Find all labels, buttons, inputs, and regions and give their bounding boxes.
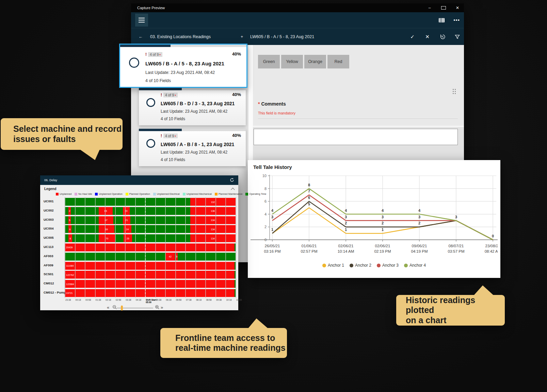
card-title: LW605 / B - D / 3 - 3, 23 Aug 2021	[161, 101, 235, 106]
legend-item-anchor-4[interactable]: Anchor 4	[404, 263, 426, 268]
breadcrumb[interactable]: 03. Existing Locations Readings	[150, 28, 211, 45]
zoom-slider-handle[interactable]	[121, 305, 123, 311]
more-options-icon[interactable]: •••	[453, 18, 460, 22]
delay-bar[interactable]: 19721	[65, 289, 236, 297]
svg-text:10: 10	[262, 174, 267, 178]
radio-button[interactable]	[129, 58, 139, 68]
collapse-chevron-icon[interactable]	[231, 188, 235, 191]
card-title: LW605 / A - B / 8 - 1, 23 Aug 2021	[161, 142, 234, 147]
color-button-yellow[interactable]: Yellow	[281, 55, 303, 68]
unplanned-segment: 67	[99, 216, 113, 224]
delay-bar[interactable]: 26520136	[65, 207, 236, 215]
delay-bar[interactable]: 122762	[65, 271, 236, 279]
columns-view-icon[interactable]	[439, 18, 445, 22]
operating-segment	[235, 289, 236, 297]
callout-tail	[248, 318, 268, 328]
svg-text:03:57 PM: 03:57 PM	[448, 249, 464, 253]
reading-card[interactable]: !4 of 9• 40% LW605 / A - B / 8 - 1, 23 A…	[139, 129, 246, 166]
alert-badge: !4 of 9•	[161, 134, 178, 138]
machine-label: UC113	[44, 245, 63, 249]
close-icon[interactable]: ✕	[455, 5, 460, 10]
unplanned-segment: 134	[190, 225, 236, 233]
delay-window-title: 06. Delay	[44, 175, 57, 185]
discard-icon[interactable]: ✕	[424, 34, 431, 40]
color-button-red[interactable]: Red	[327, 55, 349, 68]
minimize-icon[interactable]: –	[427, 5, 432, 10]
radio-button[interactable]	[146, 139, 155, 148]
radio-button[interactable]	[146, 98, 155, 107]
scroll-left-icon[interactable]: «	[107, 305, 109, 310]
back-icon[interactable]: ←	[139, 28, 143, 45]
alert-badge: !4 of 9•	[145, 52, 162, 57]
card-progress-track	[139, 129, 246, 131]
card-fields: 4 of 10 Fields	[161, 157, 185, 162]
card-last-update: Last Update: 23 Aug 2021 AM, 08:42	[145, 70, 215, 75]
legend-dot	[350, 264, 353, 267]
field-underline	[258, 119, 458, 119]
save-check-icon[interactable]: ✓	[409, 34, 416, 40]
delay-bar[interactable]: 122684	[65, 280, 236, 288]
legend-swatch	[183, 193, 186, 195]
time-tick-label: 08:58	[206, 299, 211, 301]
operating-segment	[235, 262, 236, 270]
chart-legend: Anchor 1Anchor 2Anchor 3Anchor 4	[248, 263, 500, 268]
hamburger-menu-icon[interactable]	[135, 14, 148, 27]
unplanned-segment: 122684	[65, 280, 235, 288]
unplanned-segment: 25	[124, 234, 132, 242]
svg-text:02/06/21: 02/06/21	[338, 244, 354, 248]
zoom-in-icon[interactable]	[155, 305, 160, 311]
delay-bar[interactable]: 425	[65, 253, 236, 261]
reading-card-selected[interactable]: !4 of 9• 40% LW605 / B - A / 5 - 8, 23 A…	[119, 44, 247, 88]
card-title: LW605 / B - A / 5 - 8, 23 Aug 2021	[145, 61, 224, 66]
color-button-orange[interactable]: Orange	[304, 55, 326, 68]
scroll-right-icon[interactable]: »	[161, 305, 163, 310]
svg-text:1: 1	[271, 228, 273, 232]
maximize-icon[interactable]	[441, 6, 446, 10]
operating-segment	[235, 271, 236, 279]
operating-segment	[235, 244, 236, 251]
operating-segment	[178, 253, 236, 261]
color-button-green[interactable]: Green	[258, 55, 280, 68]
delay-bar[interactable]: 20439	[65, 244, 236, 251]
legend-swatch	[95, 193, 98, 195]
svg-text:02:19 PM: 02:19 PM	[374, 249, 391, 253]
svg-text:03:16 PM: 03:16 PM	[264, 249, 280, 253]
zoom-out-icon[interactable]	[112, 305, 117, 311]
gantt-row-cm012: CM012122684	[40, 279, 238, 288]
svg-text:3: 3	[345, 215, 347, 219]
legend-item-anchor-1[interactable]: Anchor 1	[322, 263, 344, 268]
comments-input[interactable]	[254, 129, 458, 145]
delay-bar[interactable]: 87025134	[65, 234, 236, 242]
add-record-icon[interactable]: +	[241, 28, 243, 45]
legend-item-anchor-3[interactable]: Anchor 3	[377, 263, 399, 268]
machine-label: UC004	[44, 226, 63, 230]
legend-swatch	[245, 193, 248, 195]
filter-icon[interactable]	[454, 34, 461, 40]
legend-swatch	[215, 193, 218, 195]
nav-bar: ← 03. Existing Locations Readings + LW60…	[131, 28, 464, 45]
delay-bar[interactable]: 56721134	[65, 216, 236, 224]
gantt-row-uc003: UC00356721134	[40, 216, 238, 225]
unplanned-segment: 20	[123, 207, 130, 215]
gantt-legend-item: No Haul Idle	[75, 192, 92, 195]
svg-text:2: 2	[264, 225, 267, 229]
refresh-icon[interactable]	[229, 177, 235, 183]
delay-bar[interactable]: 66924134	[65, 225, 236, 233]
zoom-slider[interactable]	[117, 308, 153, 309]
unplanned-segment: 136	[190, 207, 236, 215]
app-bar: •••	[131, 12, 464, 28]
card-progress-track	[139, 88, 246, 90]
legend-item-anchor-2[interactable]: Anchor 2	[350, 263, 371, 268]
unplanned-segment: 132	[190, 198, 236, 206]
drag-handle-icon[interactable]	[453, 89, 457, 96]
delay-bar[interactable]: 132	[65, 198, 236, 206]
svg-text:3: 3	[418, 215, 420, 219]
gantt-row-uc001: UC001132	[40, 197, 238, 206]
legend-dot	[404, 264, 408, 267]
history-icon[interactable]	[439, 34, 446, 40]
legend-swatch	[153, 193, 156, 195]
reading-card[interactable]: !4 of 9• 40% LW605 / B - D / 3 - 3, 23 A…	[139, 88, 246, 125]
operating-segment	[132, 234, 190, 242]
gantt-legend-item: Operating Time	[245, 192, 266, 195]
delay-bar[interactable]: 111089	[65, 262, 236, 270]
